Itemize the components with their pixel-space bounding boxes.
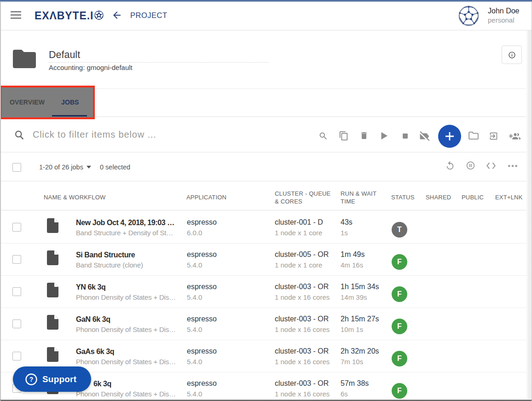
- svg-text:?: ?: [29, 376, 34, 383]
